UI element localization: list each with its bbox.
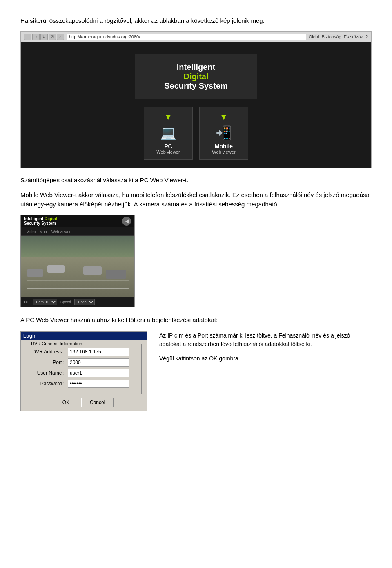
back-button[interactable]: ← (24, 34, 31, 40)
stop-button[interactable]: ☒ (49, 34, 56, 40)
mv-controls-bar: CH Cam 01 Speed 1 sec (21, 297, 134, 307)
browser-screenshot: ← → ↻ ☒ ⌂ http://kameraguru.dyndns.org:2… (20, 31, 372, 168)
dvr-title-line1: Intelligent (147, 63, 245, 72)
road-marking-1 (27, 288, 129, 289)
login-title-bar: Login (21, 332, 147, 340)
field-row-username: User Name : (31, 369, 136, 377)
dvr-app-screen: Intelligent Digital Security System ▼ 💻 … (21, 42, 371, 168)
login-dialog: Login DVR Connect Information DVR Addres… (20, 331, 147, 411)
mobile-viewer-text: Mobile Web Viewer-t akkor válassza, ha m… (20, 190, 372, 209)
pc-option-label1: PC (152, 143, 184, 150)
dvr-option-pc[interactable]: ▼ 💻 PC Web viewer (144, 107, 193, 160)
pc-arrow-icon: ▼ (152, 112, 184, 122)
input-port[interactable] (68, 358, 129, 367)
login-section: Login DVR Connect Information DVR Addres… (20, 331, 372, 411)
field-row-port: Port : (31, 358, 136, 367)
mv-video-subtext: Mobile Web viewer (40, 230, 71, 234)
menu-oldal[interactable]: Oldal (309, 34, 319, 39)
dvr-title-line2: Digital (147, 72, 245, 81)
home-button[interactable]: ⌂ (57, 34, 64, 40)
mv-logo-security: Security System (24, 221, 56, 226)
mobile-phone-icon: 📲 (208, 125, 240, 141)
dvr-options-row: ▼ 💻 PC Web viewer ▼ 📲 Mobile Web viewer (144, 107, 248, 160)
login-info-p2: Végül kattintson az OK gombra. (159, 354, 372, 363)
field-row-password: Password : (31, 380, 136, 388)
mv-logo: Intelligent Digital Security System (24, 217, 57, 226)
ch-label: CH (24, 300, 29, 304)
browser-menu: Oldal Biztonság Eszközök ? (309, 34, 368, 39)
dvr-option-mobile[interactable]: ▼ 📲 Mobile Web viewer (199, 107, 248, 160)
menu-help[interactable]: ? (365, 34, 368, 39)
label-password: Password : (31, 381, 68, 387)
pc-web-viewer-select-text: Számítógépes csatlakozásnál válassza ki … (20, 176, 372, 185)
pc-monitor-icon: 💻 (152, 125, 184, 141)
camera-sky (21, 236, 134, 257)
intro-text: Ha sikerül összekapcsolódni a rögzítővel… (20, 16, 372, 26)
login-buttons-row: OK Cancel (26, 398, 142, 407)
input-password[interactable] (68, 380, 129, 388)
cancel-button[interactable]: Cancel (81, 398, 114, 407)
label-dvr-address: DVR Address : (31, 349, 68, 355)
mv-logo-intelligent: Intelligent (24, 217, 43, 221)
car-2 (83, 266, 102, 275)
mv-camera-feed (21, 236, 134, 297)
address-bar[interactable]: http://kameraguru.dyndns.org:2080/ (67, 34, 306, 40)
mobile-option-label1: Mobile (208, 143, 240, 150)
dvr-group-label: DVR Connect Information (29, 341, 84, 346)
mv-video-label-bar: Video Mobile Web viewer (21, 227, 134, 236)
mobile-option-label2: Web viewer (208, 150, 240, 154)
mobile-arrow-icon: ▼ (208, 112, 240, 122)
mobile-viewer-screenshot: Intelligent Digital Security System ◀ Vi… (20, 215, 135, 307)
reload-button[interactable]: ↻ (40, 34, 48, 40)
car-3 (27, 269, 43, 277)
speed-select[interactable]: 1 sec (74, 299, 95, 305)
car-1 (106, 270, 126, 279)
ch-select[interactable]: Cam 01 (33, 299, 57, 305)
field-row-address: DVR Address : (31, 348, 136, 356)
label-port: Port : (31, 360, 68, 365)
browser-bar: ← → ↻ ☒ ⌂ http://kameraguru.dyndns.org:2… (21, 32, 371, 42)
menu-eszkozok[interactable]: Eszközök (344, 34, 363, 39)
mv-video-text: Video (27, 230, 36, 234)
mv-logo-digital: Digital (45, 217, 57, 221)
pc-option-label2: Web viewer (152, 150, 184, 154)
car-4 (47, 265, 65, 273)
mv-header: Intelligent Digital Security System ◀ (21, 215, 134, 227)
login-info-p1: Az IP cím és a Port száma már ki lesz tö… (159, 331, 372, 349)
speed-label: Speed (60, 300, 71, 304)
forward-button[interactable]: → (32, 34, 40, 40)
ok-button[interactable]: OK (54, 398, 78, 407)
input-dvr-address[interactable] (68, 348, 129, 356)
login-body: DVR Connect Information DVR Address : Po… (21, 340, 147, 411)
login-info-text: Az IP cím és a Port száma már ki lesz tö… (159, 331, 372, 367)
label-username: User Name : (31, 370, 68, 376)
dvr-connect-group: DVR Connect Information DVR Address : Po… (26, 344, 142, 394)
dvr-title-area: Intelligent Digital Security System (135, 54, 257, 99)
mv-back-button[interactable]: ◀ (122, 217, 131, 226)
dvr-title-line3: Security System (147, 81, 245, 91)
input-username[interactable] (68, 369, 129, 377)
road-marking-2 (27, 280, 129, 281)
pc-web-viewer-login-intro: A PC Web Viewer használatához ki kell tö… (20, 315, 372, 325)
menu-biztonsag[interactable]: Biztonság (321, 34, 341, 39)
